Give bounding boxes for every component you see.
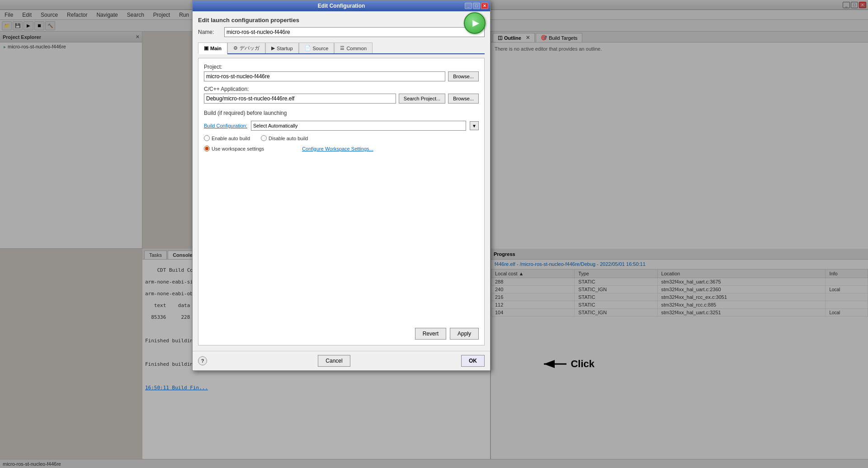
tab-content-main: Project: Browse... C/C++ Application: Se… <box>198 58 485 345</box>
edit-configuration-dialog: Edit Configuration _ □ ✕ Edit launch con… <box>192 0 491 371</box>
enable-auto-build-option: Enable auto build <box>204 135 250 141</box>
revert-button[interactable]: Revert <box>415 328 446 340</box>
tab-source[interactable]: 📄 Source <box>299 43 335 53</box>
search-project-button[interactable]: Search Project... <box>399 94 445 104</box>
dialog-minimize-button[interactable]: _ <box>465 3 472 9</box>
project-field-row: Project: Browse... <box>204 64 479 81</box>
help-button[interactable]: ? <box>198 356 207 365</box>
debugger-tab-icon: ⚙ <box>233 45 238 51</box>
dialog-maximize-button[interactable]: □ <box>473 3 480 9</box>
apply-button[interactable]: Apply <box>450 328 479 340</box>
build-config-link[interactable]: Build Configuration: <box>204 123 247 128</box>
use-workspace-option: Use workspace settings <box>204 146 264 151</box>
configure-workspace-link[interactable]: Configure Workspace Settings... <box>302 146 373 151</box>
ok-button[interactable]: OK <box>461 355 485 367</box>
app-input[interactable] <box>204 94 396 104</box>
project-field-label: Project: <box>204 64 479 70</box>
project-input-row: Browse... <box>204 71 479 81</box>
build-config-select[interactable] <box>251 121 466 131</box>
dialog-title-text: Edit Configuration <box>318 3 365 9</box>
tab-main[interactable]: ▣ Main <box>198 43 227 54</box>
enable-auto-build-label: Enable auto build <box>212 136 250 141</box>
content-spacer <box>204 156 479 321</box>
app-field-label: C/C++ Application: <box>204 86 479 92</box>
cancel-button[interactable]: Cancel <box>318 355 350 367</box>
disable-auto-build-label: Disable auto build <box>269 136 308 141</box>
common-tab-icon: ☰ <box>340 45 344 51</box>
app-field-row: C/C++ Application: Search Project... Bro… <box>204 86 479 104</box>
name-input[interactable] <box>224 27 485 37</box>
dialog-title-bar: Edit Configuration _ □ ✕ <box>193 0 490 11</box>
project-browse-button[interactable]: Browse... <box>448 71 479 81</box>
click-label-text: Click <box>571 358 594 370</box>
config-tabs: ▣ Main ⚙ デバッガ ▶ Startup 📄 Source ☰ Commo… <box>198 43 485 54</box>
tab-debugger[interactable]: ⚙ デバッガ <box>227 43 265 53</box>
build-section-label: Build (if required) before launching <box>204 110 479 116</box>
tab-startup[interactable]: ▶ Startup <box>265 43 298 53</box>
dialog-subtitle: Edit launch configuration properties <box>198 17 485 24</box>
dialog-bottom-buttons: ? Cancel OK <box>193 351 490 370</box>
app-browse-button[interactable]: Browse... <box>448 94 479 104</box>
dialog-close-button[interactable]: ✕ <box>481 3 488 9</box>
revert-apply-row: Revert Apply <box>204 325 479 340</box>
build-config-row: Build Configuration: ▼ <box>204 121 479 131</box>
workspace-settings-row: Use workspace settings Configure Workspa… <box>204 146 479 151</box>
arrow-icon <box>542 357 569 371</box>
app-input-row: Search Project... Browse... <box>204 94 479 104</box>
run-button[interactable] <box>464 12 486 34</box>
click-annotation: Click <box>542 357 594 371</box>
startup-tab-icon: ▶ <box>271 45 275 51</box>
disable-auto-build-option: Disable auto build <box>261 135 308 141</box>
enable-auto-build-radio[interactable] <box>204 135 210 141</box>
name-label: Name: <box>198 29 221 35</box>
dialog-content: Edit launch configuration properties Nam… <box>193 11 490 351</box>
tab-common[interactable]: ☰ Common <box>334 43 373 53</box>
project-input[interactable] <box>204 71 445 81</box>
use-workspace-radio[interactable] <box>204 146 210 151</box>
radio-group: Enable auto build Disable auto build <box>204 135 479 141</box>
disable-auto-build-radio[interactable] <box>261 135 267 141</box>
source-tab-icon: 📄 <box>305 45 311 51</box>
name-row: Name: <box>198 27 485 37</box>
dialog-title-controls: _ □ ✕ <box>465 3 488 9</box>
build-config-dropdown-button[interactable]: ▼ <box>470 121 479 130</box>
use-workspace-label: Use workspace settings <box>212 146 264 151</box>
main-tab-icon: ▣ <box>204 45 208 51</box>
